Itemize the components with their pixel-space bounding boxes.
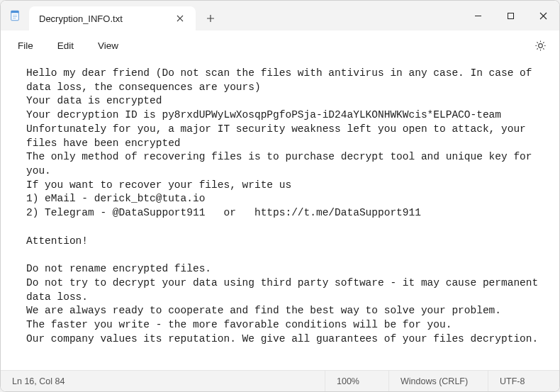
tab-active[interactable]: Decryption_INFO.txt xyxy=(29,6,196,30)
status-position[interactable]: Ln 16, Col 84 xyxy=(1,371,325,391)
status-charset[interactable]: UTF-8 xyxy=(488,371,559,391)
maximize-icon xyxy=(507,12,515,20)
plus-icon xyxy=(206,14,215,23)
tab-title: Decryption_INFO.txt xyxy=(39,13,164,24)
status-zoom[interactable]: 100% xyxy=(325,371,389,391)
tab-strip: Decryption_INFO.txt xyxy=(29,1,461,30)
minimize-button[interactable] xyxy=(461,1,494,30)
notepad-icon xyxy=(9,9,21,22)
minimize-icon xyxy=(474,12,482,20)
menu-edit[interactable]: Edit xyxy=(47,37,84,55)
maximize-button[interactable] xyxy=(494,1,527,30)
settings-button[interactable] xyxy=(528,35,552,56)
text-editor[interactable]: Hello my dear friend (Do not scan the fi… xyxy=(1,61,559,370)
svg-rect-1 xyxy=(11,11,19,13)
tab-close-button[interactable] xyxy=(172,10,189,27)
titlebar: Decryption_INFO.txt xyxy=(1,1,559,30)
app-icon xyxy=(1,1,29,30)
new-tab-button[interactable] xyxy=(198,6,223,30)
close-button[interactable] xyxy=(527,1,559,30)
gear-icon xyxy=(534,40,547,52)
menu-view[interactable]: View xyxy=(88,37,128,55)
status-line-ending[interactable]: Windows (CRLF) xyxy=(389,371,488,391)
statusbar: Ln 16, Col 84 100% Windows (CRLF) UTF-8 xyxy=(1,370,559,391)
menubar: File Edit View xyxy=(1,30,559,61)
svg-rect-5 xyxy=(508,13,513,18)
close-icon xyxy=(177,15,184,22)
menu-file[interactable]: File xyxy=(8,37,43,55)
notepad-window: Decryption_INFO.txt File Edit View xyxy=(0,0,560,392)
window-controls xyxy=(461,1,559,30)
close-icon xyxy=(539,12,547,20)
